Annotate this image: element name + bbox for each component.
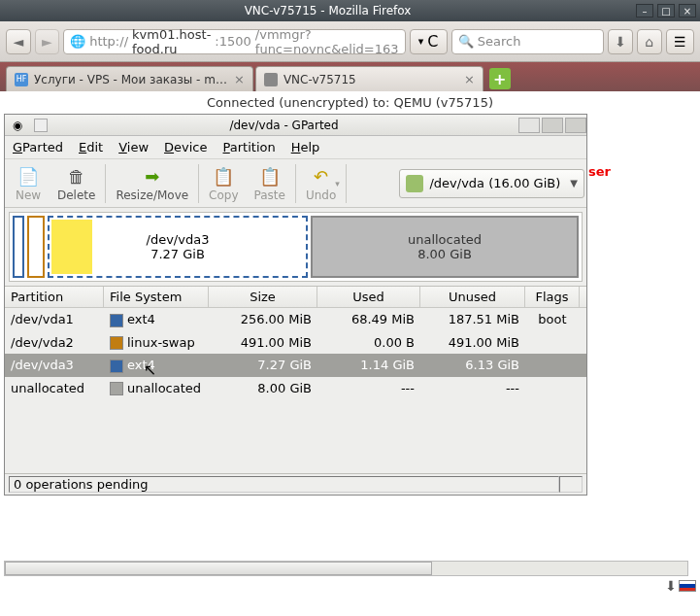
close-button[interactable]: ×	[679, 4, 696, 17]
partition-visual[interactable]: /dev/vda3 7.27 GiB unallocated 8.00 GiB	[9, 212, 583, 282]
horizontal-scrollbar[interactable]	[4, 561, 688, 576]
paste-icon: 📋	[258, 164, 282, 188]
copy-icon: 📋	[212, 164, 235, 188]
table-body: /dev/vda1ext4256.00 MiB68.49 MiB187.51 M…	[5, 308, 586, 473]
resize-icon: ➡	[141, 164, 164, 188]
favicon-icon	[264, 73, 278, 86]
maximize-button[interactable]: □	[657, 4, 675, 17]
new-tab-button[interactable]: +	[489, 68, 511, 89]
chevron-down-icon: ▼	[570, 178, 578, 188]
cropped-text: ser	[588, 164, 611, 179]
menu-view[interactable]: View	[118, 140, 149, 154]
visual-vda3[interactable]: /dev/vda3 7.27 GiB	[48, 216, 308, 278]
gparted-statusbar: 0 operations pending	[5, 473, 586, 495]
col-size[interactable]: Size	[209, 287, 317, 307]
trash-icon: 🗑	[65, 164, 88, 188]
col-flags[interactable]: Flags	[525, 287, 580, 307]
menu-partition[interactable]: Partition	[223, 140, 276, 154]
visual-vda2[interactable]	[27, 216, 45, 278]
favicon-icon: HF	[15, 73, 28, 86]
col-unused[interactable]: Unused	[420, 287, 525, 307]
gparted-menubar: GParted Edit View Device Partition Help	[5, 136, 586, 159]
down-arrow-icon[interactable]: ⬇	[665, 578, 677, 594]
table-row[interactable]: /dev/vda1ext4256.00 MiB68.49 MiB187.51 M…	[5, 308, 586, 331]
table-row[interactable]: unallocatedunallocated8.00 GiB------	[5, 377, 586, 400]
table-header[interactable]: Partition File System Size Used Unused F…	[5, 287, 586, 308]
forward-button[interactable]: ►	[35, 29, 60, 54]
back-button[interactable]: ◄	[6, 29, 31, 54]
col-used[interactable]: Used	[317, 287, 420, 307]
window-title: VNC-v75715 - Mozilla Firefox	[19, 4, 636, 17]
paste-button[interactable]: 📋Paste	[247, 161, 293, 206]
new-button[interactable]: 📄New	[7, 161, 50, 206]
partition-table: Partition File System Size Used Unused F…	[5, 286, 586, 473]
downloads-button[interactable]: ⬇	[608, 29, 633, 54]
search-icon: 🔍	[458, 34, 474, 49]
tab-strip: HF Услуги - VPS - Мои заказы - manager.h…	[0, 62, 700, 91]
new-icon: 📄	[17, 164, 40, 188]
gparted-toolbar: 📄New 🗑Delete ➡Resize/Move 📋Copy 📋Paste ↶…	[5, 159, 586, 208]
vnc-status: Connected (unencrypted) to: QEMU (v75715…	[0, 91, 700, 114]
gp-close-button[interactable]	[565, 118, 586, 133]
delete-button[interactable]: 🗑Delete	[50, 161, 103, 206]
home-button[interactable]: ⌂	[637, 29, 662, 54]
app-icon: ◉	[9, 117, 26, 134]
tab-2[interactable]: VNC-v75715 ×	[255, 66, 483, 91]
search-bar[interactable]: 🔍 Search	[451, 29, 604, 54]
undo-button[interactable]: ↶Undo▾	[298, 161, 344, 206]
flag-icon	[679, 580, 696, 592]
tab-1[interactable]: HF Услуги - VPS - Мои заказы - manager.h…	[6, 66, 253, 91]
vnc-canvas[interactable]: ser ◉ /dev/vda - GParted GParted Edit Vi…	[0, 114, 700, 598]
reload-button[interactable]: ▾C	[410, 29, 448, 54]
hamburger-menu[interactable]: ☰	[666, 29, 695, 54]
menu-gparted[interactable]: GParted	[13, 140, 63, 154]
table-row[interactable]: /dev/vda3ext47.27 GiB1.14 GiB6.13 GiB	[5, 354, 586, 377]
col-partition[interactable]: Partition	[5, 287, 104, 307]
tab-close-icon[interactable]: ×	[464, 72, 475, 86]
visual-unallocated[interactable]: unallocated 8.00 GiB	[311, 216, 579, 278]
menu-device[interactable]: Device	[164, 140, 207, 154]
harddisk-icon	[406, 175, 423, 192]
device-selector[interactable]: /dev/vda (16.00 GiB) ▼	[399, 169, 584, 198]
visual-vda1[interactable]	[13, 216, 24, 278]
page-corner: ⬇	[665, 578, 696, 594]
menu-help[interactable]: Help	[291, 140, 320, 154]
resize-button[interactable]: ➡Resize/Move	[108, 161, 196, 206]
copy-button[interactable]: 📋Copy	[201, 161, 246, 206]
col-filesystem[interactable]: File System	[104, 287, 209, 307]
menu-edit[interactable]: Edit	[79, 140, 103, 154]
gparted-window: ◉ /dev/vda - GParted GParted Edit View D…	[4, 114, 587, 496]
gp-maximize-button[interactable]	[542, 118, 563, 133]
table-row[interactable]: /dev/vda2linux-swap491.00 MiB0.00 B491.0…	[5, 331, 586, 355]
url-bar[interactable]: 🌐 http://kvm01.host-food.ru:1500/vmmgr?f…	[63, 29, 405, 54]
undo-icon: ↶	[310, 164, 333, 188]
disk-icon	[34, 119, 48, 132]
tab-close-icon[interactable]: ×	[234, 72, 245, 86]
minimize-button[interactable]: –	[636, 4, 653, 17]
gp-minimize-button[interactable]	[518, 118, 540, 133]
firefox-toolbar: ◄ ► 🌐 http://kvm01.host-food.ru:1500/vmm…	[0, 21, 700, 62]
firefox-titlebar: VNC-v75715 - Mozilla Firefox – □ ×	[0, 0, 700, 21]
gparted-titlebar[interactable]: ◉ /dev/vda - GParted	[5, 115, 586, 136]
globe-icon: 🌐	[70, 34, 85, 49]
